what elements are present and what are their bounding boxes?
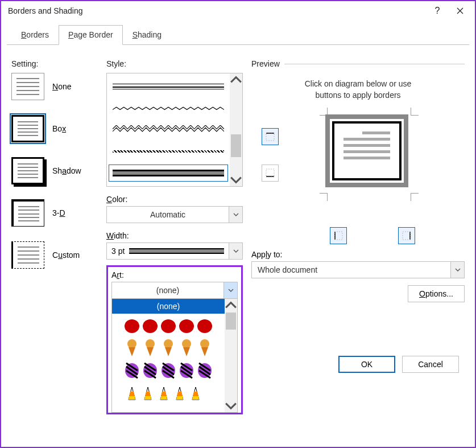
setting-custom-icon [11, 241, 44, 269]
border-left-button[interactable] [330, 227, 347, 244]
color-combo[interactable]: Automatic [106, 206, 243, 223]
setting-shadow-label: Shadow [52, 166, 81, 175]
color-value: Automatic [107, 210, 229, 219]
setting-none[interactable]: None [11, 73, 102, 100]
art-combo[interactable]: (none) [111, 282, 238, 299]
style-panel: Style: Color: Automatic [106, 59, 243, 414]
chevron-down-icon [455, 267, 461, 273]
dialog-content: Setting: None Box Shadow 3-D Custom [7, 54, 469, 441]
preview-hint: Click on diagram below or usebuttons to … [257, 79, 459, 101]
style-option-thick-shadow[interactable] [109, 165, 227, 181]
setting-box[interactable]: Box [11, 115, 102, 142]
dropdown-button[interactable] [223, 282, 237, 298]
tab-strip: Borders Page Border Shading [1, 25, 475, 45]
art-scrollbar[interactable] [225, 299, 237, 412]
titlebar: Borders and Shading ? [1, 1, 475, 20]
border-left-icon [333, 231, 343, 241]
svg-marker-32 [177, 392, 183, 396]
svg-point-4 [161, 319, 176, 333]
svg-rect-40 [266, 169, 274, 177]
setting-3d-label: 3-D [52, 208, 65, 217]
close-icon [457, 7, 463, 14]
dialog-borders-and-shading: Borders and Shading ? Borders Page Borde… [0, 0, 476, 448]
width-preview-bar [129, 248, 224, 254]
setting-label: Setting: [11, 59, 102, 68]
svg-point-15 [200, 339, 209, 348]
options-button[interactable]: Options... [408, 285, 465, 302]
tab-borders[interactable]: Borders [11, 25, 59, 45]
scrollbar-thumb[interactable] [226, 313, 236, 330]
svg-marker-26 [145, 392, 151, 396]
preview-panel: Preview Click on diagram below or usebut… [251, 59, 465, 302]
style-option-triple[interactable] [109, 79, 227, 94]
setting-3d-icon [11, 199, 44, 227]
setting-custom[interactable]: Custom [11, 241, 102, 269]
style-option-zigzag-thin[interactable] [109, 100, 227, 116]
cancel-button[interactable]: Cancel [402, 356, 459, 373]
setting-3d[interactable]: 3-D [11, 199, 102, 227]
setting-box-label: Box [52, 124, 66, 133]
border-right-icon [402, 231, 412, 241]
tab-shading[interactable]: Shading [123, 25, 171, 45]
svg-marker-24 [129, 396, 135, 400]
art-label: Art: [111, 270, 238, 280]
dropdown-button[interactable] [450, 262, 464, 278]
scroll-up-icon[interactable] [225, 299, 237, 311]
setting-box-icon [11, 115, 44, 142]
art-value: (none) [112, 286, 223, 295]
svg-rect-42 [334, 232, 342, 240]
scroll-down-icon[interactable] [225, 400, 237, 412]
scroll-down-icon[interactable] [230, 174, 242, 186]
svg-point-2 [125, 319, 139, 333]
apply-to-value: Whole document [252, 265, 450, 274]
border-bottom-button[interactable] [262, 165, 279, 182]
style-option-hatched[interactable] [109, 143, 227, 159]
art-option-none[interactable]: (none) [112, 299, 225, 314]
setting-custom-label: Custom [52, 250, 80, 260]
preview-diagram[interactable] [251, 108, 465, 204]
corner-marker [411, 108, 419, 116]
ok-button[interactable]: OK [338, 356, 395, 373]
svg-point-6 [197, 319, 212, 333]
border-bottom-icon [265, 168, 275, 178]
svg-rect-38 [266, 133, 274, 141]
scroll-up-icon[interactable] [230, 73, 242, 86]
scrollbar-thumb[interactable] [231, 134, 241, 157]
dropdown-button[interactable] [229, 207, 242, 223]
art-option-apples[interactable] [112, 314, 225, 336]
art-dropdown-list: (none) [111, 299, 238, 413]
preview-page[interactable] [325, 114, 408, 187]
close-button[interactable] [449, 3, 471, 19]
border-right-button[interactable] [398, 227, 415, 244]
style-label: Style: [106, 59, 243, 68]
dialog-button-row: OK Cancel [338, 356, 459, 373]
setting-none-icon [11, 73, 44, 100]
svg-marker-12 [165, 347, 172, 356]
art-option-candy-corn[interactable] [112, 382, 225, 405]
svg-marker-30 [160, 396, 167, 400]
apply-to-label: Apply to: [251, 250, 465, 259]
color-label: Color: [106, 195, 243, 204]
svg-point-13 [182, 339, 191, 348]
svg-rect-44 [403, 232, 411, 240]
zigzag-icon [113, 125, 224, 134]
width-label: Width: [106, 231, 243, 240]
svg-marker-29 [161, 392, 167, 396]
ice-cream-icon [123, 338, 214, 357]
art-option-ice-cream[interactable] [112, 336, 225, 359]
dropdown-button[interactable] [229, 243, 242, 259]
setting-shadow-icon [11, 157, 44, 184]
window-title: Borders and Shading [8, 6, 426, 15]
style-listbox[interactable] [106, 73, 243, 187]
svg-marker-23 [129, 392, 135, 396]
style-option-zigzag-thick[interactable] [109, 122, 227, 138]
art-group-highlight: Art: (none) (none) [106, 265, 243, 414]
setting-shadow[interactable]: Shadow [11, 157, 102, 184]
style-scrollbar[interactable] [230, 73, 242, 186]
border-top-button[interactable] [262, 128, 279, 145]
width-combo[interactable]: 3 pt [106, 243, 243, 260]
apply-to-combo[interactable]: Whole document [251, 261, 465, 278]
art-option-zebra[interactable] [112, 359, 225, 382]
tab-page-border[interactable]: Page Border [59, 25, 123, 45]
help-button[interactable]: ? [426, 3, 449, 19]
